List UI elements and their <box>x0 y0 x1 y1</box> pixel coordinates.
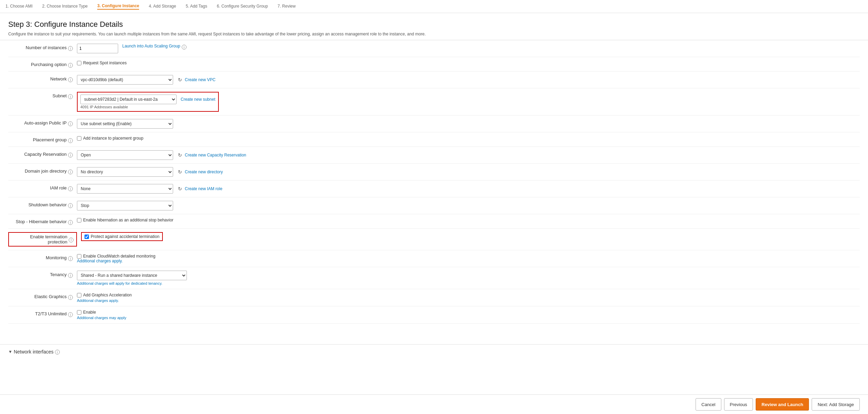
number-of-instances-input[interactable] <box>77 44 118 53</box>
elastic-graphics-checkbox[interactable] <box>77 293 81 297</box>
request-spot-instances-checkbox[interactable] <box>77 61 81 65</box>
elastic-graphics-note[interactable]: Additional charges apply. <box>77 298 119 303</box>
network-select[interactable]: vpc-d010d9bb (default) <box>77 75 173 85</box>
step-nav: 1. Choose AMI 2. Choose Instance Type 3.… <box>0 0 868 13</box>
subnet-info-icon[interactable]: i <box>68 94 73 99</box>
create-iam-role-link[interactable]: Create new IAM role <box>185 186 222 191</box>
shutdown-behavior-control: Stop <box>77 201 860 210</box>
capacity-reservation-info-icon[interactable]: i <box>68 153 73 157</box>
auto-assign-ip-select[interactable]: Use subnet setting (Enable) <box>77 119 173 129</box>
request-spot-instances-checkbox-label[interactable]: Request Spot instances <box>77 61 127 65</box>
domain-join-directory-row: Domain join directory i No directory ↻ C… <box>8 164 860 181</box>
auto-assign-ip-info-icon[interactable]: i <box>68 121 73 126</box>
capacity-reservation-label: Capacity Reservation i <box>8 150 77 157</box>
auto-assign-ip-control: Use subnet setting (Enable) <box>77 119 860 129</box>
monitoring-checkbox[interactable] <box>77 254 81 259</box>
stop-hibernate-checkbox-label[interactable]: Enable hibernation as an additional stop… <box>77 218 173 222</box>
domain-join-directory-control: No directory ↻ Create new directory <box>77 167 860 177</box>
purchasing-option-row: Purchasing option i Request Spot instanc… <box>8 57 860 72</box>
capacity-reservation-control: Open ↻ Create new Capacity Reservation <box>77 150 860 160</box>
configure-instance-form: Number of instances i Launch into Auto S… <box>0 40 868 324</box>
iam-role-info-icon[interactable]: i <box>68 186 73 191</box>
create-vpc-link[interactable]: Create new VPC <box>185 77 215 82</box>
termination-protection-checkbox[interactable] <box>84 235 89 239</box>
network-refresh-icon[interactable]: ↻ <box>178 77 182 83</box>
domain-join-directory-label: Domain join directory i <box>8 167 77 174</box>
purchasing-option-info-icon[interactable]: i <box>68 63 73 68</box>
subnet-select[interactable]: subnet-b97283d2 | Default in us-east-2a <box>80 95 177 104</box>
monitoring-row: Monitoring i Enable CloudWatch detailed … <box>8 250 860 267</box>
subnet-row: Subnet i subnet-b97283d2 | Default in us… <box>8 88 860 116</box>
nav-step-6[interactable]: 6. Configure Security Group <box>217 4 268 9</box>
termination-protection-highlighted-box: Protect against accidental termination <box>81 232 163 241</box>
placement-group-control: Add instance to placement group <box>77 136 860 141</box>
page-title: Step 3: Configure Instance Details <box>8 20 860 29</box>
iam-role-control: None ↻ Create new IAM role <box>77 184 860 194</box>
number-of-instances-row: Number of instances i Launch into Auto S… <box>8 40 860 57</box>
purchasing-option-control: Request Spot instances <box>77 61 860 65</box>
placement-group-checkbox[interactable] <box>77 136 81 141</box>
shutdown-behavior-row: Shutdown behavior i Stop <box>8 197 860 214</box>
tenancy-select[interactable]: Shared - Run a shared hardware instance <box>77 271 187 280</box>
tenancy-info-icon[interactable]: i <box>68 273 73 278</box>
domain-join-info-icon[interactable]: i <box>68 170 73 174</box>
shutdown-behavior-info-icon[interactable]: i <box>68 203 73 208</box>
nav-step-3[interactable]: 3. Configure Instance <box>97 3 139 10</box>
stop-hibernate-info-icon[interactable]: i <box>68 220 73 225</box>
nav-step-4[interactable]: 4. Add Storage <box>149 4 176 9</box>
elastic-graphics-label: Elastic Graphics i <box>8 293 77 300</box>
nav-step-1[interactable]: 1. Choose AMI <box>5 4 33 9</box>
iam-role-label: IAM role i <box>8 184 77 191</box>
elastic-graphics-control: Add Graphics Acceleration Additional cha… <box>77 293 860 303</box>
stop-hibernate-checkbox[interactable] <box>77 218 81 222</box>
nav-step-7[interactable]: 7. Review <box>278 4 296 9</box>
elastic-graphics-checkbox-label[interactable]: Add Graphics Acceleration <box>77 293 132 297</box>
iam-role-refresh-icon[interactable]: ↻ <box>178 186 182 192</box>
launch-auto-scaling-link[interactable]: Launch into Auto Scaling Group <box>122 44 180 48</box>
network-interfaces-title: Network interfaces <box>14 349 54 355</box>
iam-role-select[interactable]: None <box>77 184 173 194</box>
subnet-highlighted-box: subnet-b97283d2 | Default in us-east-2a … <box>77 92 219 112</box>
create-capacity-reservation-link[interactable]: Create new Capacity Reservation <box>185 153 246 157</box>
t2t3-unlimited-checkbox[interactable] <box>77 310 81 315</box>
subnet-control: subnet-b97283d2 | Default in us-east-2a … <box>77 92 860 112</box>
placement-group-row: Placement group i Add instance to placem… <box>8 132 860 147</box>
t2t3-unlimited-checkbox-label[interactable]: Enable <box>77 310 96 315</box>
termination-protection-label-box: Enable termination protection i <box>8 232 77 247</box>
monitoring-info-icon[interactable]: i <box>68 256 73 261</box>
nav-step-5[interactable]: 5. Add Tags <box>186 4 207 9</box>
network-interfaces-info-icon[interactable]: i <box>55 350 60 355</box>
elastic-graphics-info-icon[interactable]: i <box>68 295 73 300</box>
create-subnet-link[interactable]: Create new subnet <box>181 97 215 102</box>
elastic-graphics-row: Elastic Graphics i Add Graphics Accelera… <box>8 289 860 306</box>
tenancy-note[interactable]: Additional charges will apply for dedica… <box>77 281 162 285</box>
termination-protection-info-icon[interactable]: i <box>69 238 74 242</box>
t2t3-unlimited-label: T2/T3 Unlimited i <box>8 310 77 317</box>
monitoring-note[interactable]: Additional charges apply. <box>77 259 123 263</box>
number-of-instances-info-icon[interactable]: i <box>68 46 73 51</box>
domain-join-select[interactable]: No directory <box>77 167 173 177</box>
shutdown-behavior-select[interactable]: Stop <box>77 201 173 210</box>
tenancy-row: Tenancy i Shared - Run a shared hardware… <box>8 267 860 289</box>
purchasing-option-label: Purchasing option i <box>8 61 77 68</box>
placement-group-checkbox-label[interactable]: Add instance to placement group <box>77 136 143 141</box>
monitoring-checkbox-label[interactable]: Enable CloudWatch detailed monitoring <box>77 254 155 259</box>
page-header: Step 3: Configure Instance Details Confi… <box>0 13 868 40</box>
placement-group-info-icon[interactable]: i <box>68 138 73 143</box>
shutdown-behavior-label: Shutdown behavior i <box>8 201 77 208</box>
nav-step-2[interactable]: 2. Choose Instance Type <box>42 4 88 9</box>
number-of-instances-label: Number of instances i <box>8 44 77 51</box>
capacity-reservation-refresh-icon[interactable]: ↻ <box>178 152 182 158</box>
capacity-reservation-select[interactable]: Open <box>77 150 173 160</box>
domain-join-refresh-icon[interactable]: ↻ <box>178 169 182 175</box>
network-interfaces-section[interactable]: ▼ Network interfaces i <box>0 344 868 359</box>
t2t3-unlimited-note[interactable]: Additional charges may apply <box>77 316 126 320</box>
t2t3-unlimited-control: Enable Additional charges may apply <box>77 310 860 320</box>
termination-protection-checkbox-label[interactable]: Protect against accidental termination <box>84 234 159 239</box>
t2t3-unlimited-info-icon[interactable]: i <box>68 312 73 317</box>
launch-auto-scaling-info-icon[interactable]: i <box>182 45 187 50</box>
create-directory-link[interactable]: Create new directory <box>185 170 223 174</box>
monitoring-control: Enable CloudWatch detailed monitoring Ad… <box>77 254 860 263</box>
network-info-icon[interactable]: i <box>68 77 73 82</box>
termination-protection-row: Enable termination protection i Protect … <box>8 229 860 250</box>
